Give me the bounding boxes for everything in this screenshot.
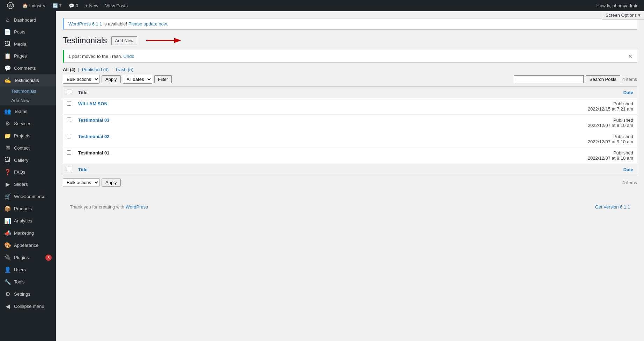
sidebar-subitem-testimonials-list[interactable]: Testimonials <box>0 86 56 96</box>
sidebar-item-users[interactable]: 👤 Users <box>0 264 56 276</box>
sidebar-item-faqs[interactable]: ❓ FAQs <box>0 166 56 178</box>
sidebar-item-analytics[interactable]: 📊 Analytics <box>0 215 56 227</box>
row-date-cell: Published2022/12/07 at 9:10 am <box>574 147 637 164</box>
media-icon: 🖼 <box>4 41 11 47</box>
apply-button-bottom[interactable]: Apply <box>102 179 121 187</box>
title-foot-link[interactable]: Title <box>78 167 88 172</box>
collapse-icon: ◀ <box>4 303 11 310</box>
adminbar-comments[interactable]: 💬 0 <box>66 0 81 11</box>
update-notice-update-link[interactable]: Please update now. <box>128 21 168 26</box>
sidebar-item-contact[interactable]: ✉ Contact <box>0 142 56 154</box>
date-filter-select[interactable]: All dates <box>123 75 152 84</box>
date-sort-link[interactable]: Date <box>623 90 633 95</box>
row-title-link[interactable]: Testimonial 03 <box>78 118 109 123</box>
sidebar-item-teams[interactable]: 👥 Teams <box>0 105 56 118</box>
sidebar-label-products: Products <box>14 206 32 211</box>
tablenav-top-left: Bulk actions Apply All dates Filter <box>63 75 172 84</box>
sidebar-item-collapse[interactable]: ◀ Collapse menu <box>0 300 56 312</box>
row-checkbox-cell <box>63 115 75 131</box>
trash-notice-close-button[interactable]: ✕ <box>628 53 632 60</box>
sidebar-label-teams: Teams <box>14 109 27 114</box>
sidebar-label-posts: Posts <box>14 29 25 35</box>
search-posts-button[interactable]: Search Posts <box>586 75 620 83</box>
sidebar-item-testimonials[interactable]: ✍ Testimonials <box>0 74 56 86</box>
plugins-icon: 🔌 <box>4 254 11 261</box>
sidebar-label-pages: Pages <box>14 53 27 59</box>
search-posts-input[interactable] <box>514 75 584 83</box>
sidebar-item-tools[interactable]: 🔧 Tools <box>0 276 56 288</box>
update-notice-wp-link[interactable]: WordPress 6.1.1 <box>68 21 102 26</box>
footer-version-link[interactable]: Get Version 6.1.1 <box>595 204 630 210</box>
filter-link-trash[interactable]: Trash (5) <box>115 67 133 72</box>
sidebar-item-posts[interactable]: 📄 Posts <box>0 26 56 38</box>
footer-wp-link[interactable]: WordPress <box>126 204 148 210</box>
adminbar-site-name[interactable]: 🏠 industry <box>20 0 48 11</box>
sliders-icon: ▶ <box>4 181 11 188</box>
wp-wrap: ⌂ Dashboard 📄 Posts 🖼 Media 📋 Pages 💬 Co… <box>0 11 644 341</box>
screen-options-button[interactable]: Screen Options ▾ <box>602 11 644 20</box>
view-posts-label: View Posts <box>105 3 128 8</box>
row-date: 2022/12/07 at 9:10 am <box>578 139 634 144</box>
row-title-cell: Testimonial 02 <box>75 131 574 147</box>
sidebar-item-plugins[interactable]: 🔌 Plugins 3 <box>0 251 56 264</box>
filter-link-published[interactable]: Published (4) <box>82 67 109 72</box>
row-title-link[interactable]: WILLAM SON <box>78 101 108 106</box>
row-checkbox[interactable] <box>67 134 71 138</box>
sidebar-item-dashboard[interactable]: ⌂ Dashboard <box>0 14 56 26</box>
sidebar-subitem-add-new[interactable]: Add New <box>0 96 56 105</box>
tools-icon: 🔧 <box>4 279 11 285</box>
filter-links: All (4) | Published (4) | Trash (5) <box>63 67 637 72</box>
sidebar-item-settings[interactable]: ⚙ Settings <box>0 288 56 300</box>
sidebar-label-gallery: Gallery <box>14 158 28 163</box>
admin-menu: ⌂ Dashboard 📄 Posts 🖼 Media 📋 Pages 💬 Co… <box>0 11 56 341</box>
adminbar-view-posts[interactable]: View Posts <box>103 0 131 11</box>
sidebar-item-comments[interactable]: 💬 Comments <box>0 62 56 74</box>
arrow-annotation <box>143 35 185 46</box>
marketing-icon: 📣 <box>4 230 11 236</box>
adminbar-updates[interactable]: 🔄 7 <box>50 0 65 11</box>
select-all-checkbox-bottom[interactable] <box>67 167 71 171</box>
sidebar-item-projects[interactable]: 📁 Projects <box>0 130 56 142</box>
new-label: New <box>89 3 98 8</box>
sidebar-item-gallery[interactable]: 🖼 Gallery <box>0 154 56 166</box>
row-title-cell: WILLAM SON <box>75 98 574 115</box>
row-checkbox[interactable] <box>67 101 71 106</box>
sidebar-label-contact: Contact <box>14 145 30 151</box>
row-checkbox[interactable] <box>67 150 71 155</box>
sidebar-item-pages[interactable]: 📋 Pages <box>0 50 56 62</box>
posts-icon: 📄 <box>4 29 11 35</box>
items-count-bottom: 4 items <box>622 180 637 185</box>
select-all-checkbox[interactable] <box>67 90 71 94</box>
date-foot-link[interactable]: Date <box>623 167 633 172</box>
sidebar-item-media[interactable]: 🖼 Media <box>0 38 56 50</box>
bulk-actions-select-bottom[interactable]: Bulk actions <box>63 178 99 187</box>
services-icon: ⚙ <box>4 120 11 127</box>
tfoot-checkbox <box>63 164 75 175</box>
howdy-text: Howdy, phpmyadmin <box>594 3 641 8</box>
sidebar-item-woocommerce[interactable]: 🛒 WooCommerce <box>0 190 56 203</box>
filter-link-all[interactable]: All (4) <box>63 67 75 72</box>
sidebar-item-appearance[interactable]: 🎨 Appearance <box>0 239 56 251</box>
site-name-text: industry <box>29 3 45 8</box>
row-checkbox[interactable] <box>67 118 71 122</box>
bulk-actions-select-top[interactable]: Bulk actions <box>63 75 99 84</box>
th-title: Title <box>75 87 574 98</box>
sidebar-item-sliders[interactable]: ▶ Sliders <box>0 178 56 190</box>
adminbar-wp-logo[interactable]: W <box>3 0 18 11</box>
undo-link[interactable]: Undo <box>124 54 134 59</box>
sidebar-item-marketing[interactable]: 📣 Marketing <box>0 227 56 239</box>
add-new-button[interactable]: Add New <box>111 36 138 45</box>
sidebar-item-services[interactable]: ⚙ Services <box>0 118 56 130</box>
row-date-cell: Published2022/12/07 at 9:10 am <box>574 131 637 147</box>
row-date: 2022/12/07 at 9:10 am <box>578 123 634 128</box>
adminbar-new[interactable]: + New <box>82 0 101 11</box>
sidebar-item-products[interactable]: 📦 Products <box>0 203 56 215</box>
row-date-cell: Published2022/12/15 at 7:21 am <box>574 98 637 115</box>
filter-button[interactable]: Filter <box>154 75 172 83</box>
row-title-link[interactable]: Testimonial 02 <box>78 134 109 139</box>
updates-icon: 🔄 <box>52 3 58 8</box>
comments-count: 0 <box>76 3 78 8</box>
apply-button-top[interactable]: Apply <box>102 75 121 83</box>
woocommerce-icon: 🛒 <box>4 193 11 200</box>
trash-notice: 1 post moved to the Trash. Undo ✕ <box>63 50 637 63</box>
